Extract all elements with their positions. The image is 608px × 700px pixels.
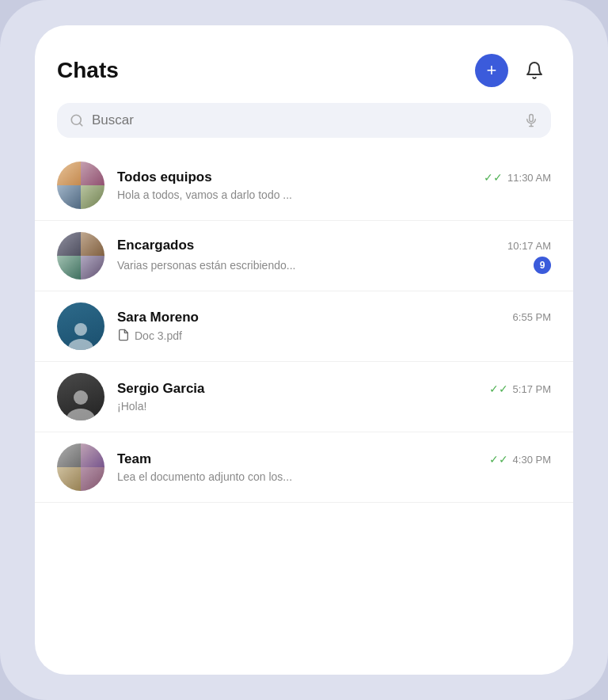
unread-badge: 9 xyxy=(534,257,551,274)
avatar-group-todos-equipos xyxy=(57,162,104,209)
avatar-sara-moreno xyxy=(57,302,104,350)
chat-content: Todos equipos ✓✓ 11:30 AM Hola a todos, … xyxy=(117,169,551,201)
search-input[interactable] xyxy=(92,112,516,128)
avatar-sergio-garcia xyxy=(57,373,104,420)
chat-name: Sara Moreno xyxy=(117,310,199,325)
chat-time: 10:17 AM xyxy=(507,240,551,252)
svg-rect-2 xyxy=(530,115,534,122)
chat-name: Todos equipos xyxy=(117,169,212,185)
avatar-cell xyxy=(81,162,104,185)
chat-meta: 6:55 PM xyxy=(513,311,551,323)
phone-frame: Chats + xyxy=(0,0,608,700)
chat-preview: Lea el documento adjunto con los... xyxy=(117,470,551,483)
chat-meta: 10:17 AM xyxy=(507,240,551,252)
avatar-cell xyxy=(81,443,104,467)
chat-meta: ✓✓ 4:30 PM xyxy=(489,453,551,466)
chat-bottom-row: Varias personas están escribiendo... 9 xyxy=(117,257,551,274)
header-icons: + xyxy=(475,54,551,87)
avatar-cell xyxy=(81,256,104,280)
chat-time: 5:17 PM xyxy=(513,383,551,395)
notifications-button[interactable] xyxy=(518,54,551,87)
read-receipt-icon: ✓✓ xyxy=(489,382,508,395)
chat-name: Encargados xyxy=(117,238,194,253)
read-receipt-icon: ✓✓ xyxy=(489,453,508,466)
header: Chats + xyxy=(35,25,573,100)
svg-point-7 xyxy=(74,390,88,405)
search-bar xyxy=(57,103,551,138)
new-chat-button[interactable]: + xyxy=(475,54,508,87)
avatar-cell xyxy=(81,232,104,256)
avatar-cell xyxy=(57,256,81,280)
avatar-cell xyxy=(81,467,104,491)
svg-line-1 xyxy=(79,123,82,125)
plus-icon: + xyxy=(487,60,497,81)
chat-meta: ✓✓ 11:30 AM xyxy=(484,171,551,184)
avatar-cell xyxy=(57,232,81,256)
chat-time: 11:30 AM xyxy=(507,172,551,184)
chat-item-team[interactable]: Team ✓✓ 4:30 PM Lea el documento adjunto… xyxy=(35,432,573,503)
avatar-cell xyxy=(57,162,81,185)
chat-content: Sergio Garcia ✓✓ 5:17 PM ¡Hola! xyxy=(117,381,551,413)
page-title: Chats xyxy=(57,58,119,83)
svg-point-5 xyxy=(74,323,87,336)
chat-name: Sergio Garcia xyxy=(117,381,205,397)
svg-point-8 xyxy=(66,409,95,420)
chat-preview: Varias personas están escribiendo... xyxy=(117,259,295,272)
chat-preview: ¡Hola! xyxy=(117,400,551,413)
chat-top-row: Encargados 10:17 AM xyxy=(117,238,551,253)
avatar-cell xyxy=(81,185,104,209)
chat-list: Todos equipos ✓✓ 11:30 AM Hola a todos, … xyxy=(35,150,573,675)
chat-meta: ✓✓ 5:17 PM xyxy=(489,382,551,395)
chat-top-row: Team ✓✓ 4:30 PM xyxy=(117,451,551,467)
read-receipt-icon: ✓✓ xyxy=(484,171,503,184)
chat-name: Team xyxy=(117,451,151,467)
chat-item-sara-moreno[interactable]: Sara Moreno 6:55 PM Doc 3.pdf xyxy=(35,291,573,362)
chat-time: 6:55 PM xyxy=(513,311,551,323)
avatar-cell xyxy=(57,443,81,467)
chat-preview: Doc 3.pdf xyxy=(117,329,551,344)
search-icon xyxy=(70,113,84,127)
chat-item-sergio-garcia[interactable]: Sergio Garcia ✓✓ 5:17 PM ¡Hola! xyxy=(35,362,573,432)
chat-top-row: Todos equipos ✓✓ 11:30 AM xyxy=(117,169,551,185)
chat-item-todos-equipos[interactable]: Todos equipos ✓✓ 11:30 AM Hola a todos, … xyxy=(35,150,573,221)
chat-content: Encargados 10:17 AM Varias personas está… xyxy=(117,238,551,274)
chat-top-row: Sara Moreno 6:55 PM xyxy=(117,310,551,325)
chat-content: Team ✓✓ 4:30 PM Lea el documento adjunto… xyxy=(117,451,551,483)
chat-preview: Hola a todos, vamos a darlo todo ... xyxy=(117,188,551,201)
avatar-cell xyxy=(57,467,81,491)
chat-item-encargados[interactable]: Encargados 10:17 AM Varias personas está… xyxy=(35,221,573,291)
avatar-group-team xyxy=(57,443,104,491)
chat-content: Sara Moreno 6:55 PM Doc 3.pdf xyxy=(117,310,551,344)
avatar-group-encargados xyxy=(57,232,104,280)
person-silhouette xyxy=(65,318,97,350)
svg-point-6 xyxy=(68,339,93,350)
bell-icon xyxy=(525,61,544,80)
phone-screen: Chats + xyxy=(35,25,573,675)
chat-time: 4:30 PM xyxy=(513,454,551,466)
chat-top-row: Sergio Garcia ✓✓ 5:17 PM xyxy=(117,381,551,397)
document-icon xyxy=(117,329,130,344)
mic-icon[interactable] xyxy=(524,113,538,127)
person-silhouette xyxy=(63,386,98,420)
avatar-cell xyxy=(57,185,81,209)
